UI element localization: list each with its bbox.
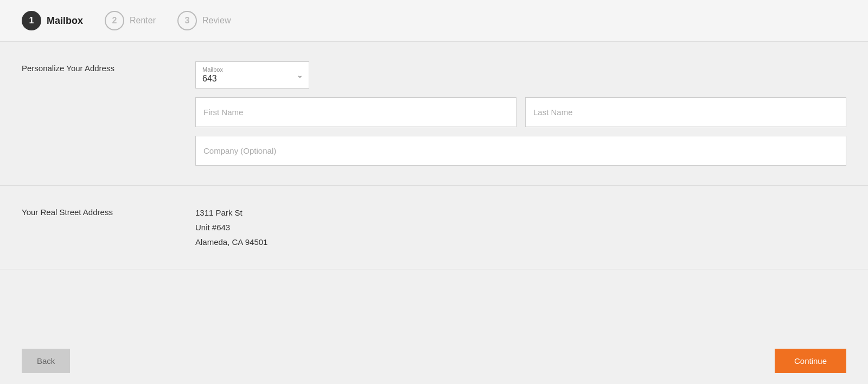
first-name-input[interactable]: [195, 97, 516, 127]
step-2-label: Renter: [130, 16, 156, 26]
step-2[interactable]: 2 Renter: [105, 11, 156, 30]
address-line-3: Alameda, CA 94501: [195, 235, 846, 249]
last-name-input[interactable]: [525, 97, 846, 127]
step-1[interactable]: 1 Mailbox: [22, 11, 83, 30]
personalize-fields: Mailbox 643 ⌄: [195, 61, 846, 166]
mailbox-dropdown-value: 643: [202, 74, 289, 84]
step-2-circle: 2: [105, 11, 124, 30]
chevron-down-icon: ⌄: [297, 71, 303, 79]
address-section-label: Your Real Street Address: [22, 205, 174, 217]
mailbox-select-wrapper[interactable]: Mailbox 643 ⌄: [195, 61, 309, 89]
back-button[interactable]: Back: [22, 349, 70, 373]
personalize-section: Personalize Your Address Mailbox 643 ⌄: [0, 42, 868, 186]
step-1-label: Mailbox: [47, 15, 83, 27]
stepper: 1 Mailbox 2 Renter 3 Review: [0, 0, 868, 42]
personalize-label: Personalize Your Address: [22, 61, 174, 73]
step-3[interactable]: 3 Review: [177, 11, 231, 30]
name-row: [195, 97, 846, 127]
mailbox-dropdown[interactable]: Mailbox 643 ⌄: [195, 61, 309, 89]
continue-button[interactable]: Continue: [775, 349, 846, 373]
mailbox-dropdown-label: Mailbox: [202, 66, 289, 73]
address-line-1: 1311 Park St: [195, 205, 846, 220]
step-3-label: Review: [202, 16, 231, 26]
company-input[interactable]: [195, 136, 846, 166]
step-1-circle: 1: [22, 11, 41, 30]
address-fields: 1311 Park St Unit #643 Alameda, CA 94501: [195, 205, 846, 249]
address-display: 1311 Park St Unit #643 Alameda, CA 94501: [195, 205, 846, 249]
address-line-2: Unit #643: [195, 220, 846, 235]
main-content: Personalize Your Address Mailbox 643 ⌄: [0, 42, 868, 338]
footer: Back Continue: [0, 338, 868, 384]
address-section: Your Real Street Address 1311 Park St Un…: [0, 186, 868, 269]
step-3-circle: 3: [177, 11, 197, 30]
